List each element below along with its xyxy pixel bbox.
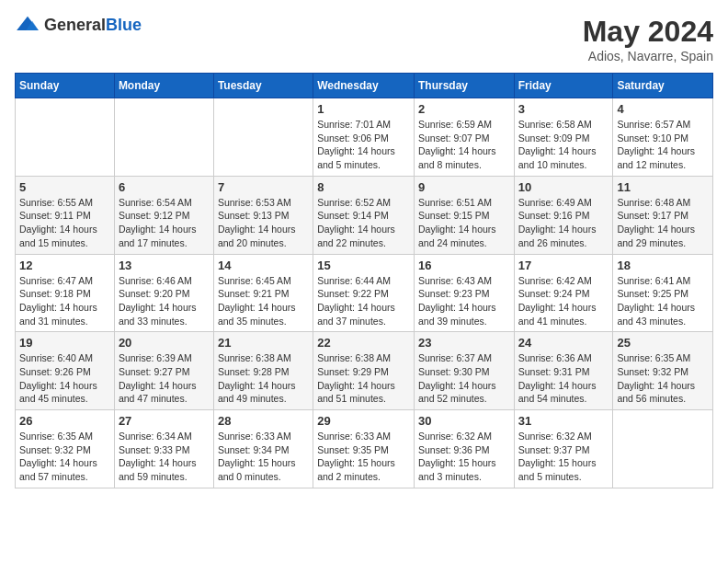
- day-info: Sunrise: 6:51 AM Sunset: 9:15 PM Dayligh…: [418, 196, 510, 250]
- day-info: Sunrise: 6:36 AM Sunset: 9:31 PM Dayligh…: [518, 351, 609, 406]
- day-number: 29: [317, 414, 410, 428]
- day-number: 14: [218, 259, 309, 272]
- day-info: Sunrise: 6:38 AM Sunset: 9:29 PM Dayligh…: [317, 351, 410, 406]
- day-info: Sunrise: 6:59 AM Sunset: 9:07 PM Dayligh…: [418, 118, 510, 172]
- day-info: Sunrise: 6:35 AM Sunset: 9:32 PM Dayligh…: [617, 351, 709, 406]
- calendar-cell: 26Sunrise: 6:35 AM Sunset: 9:32 PM Dayli…: [16, 410, 115, 488]
- week-row: 12Sunrise: 6:47 AM Sunset: 9:18 PM Dayli…: [16, 254, 713, 332]
- calendar-cell: 2Sunrise: 6:59 AM Sunset: 9:07 PM Daylig…: [414, 98, 514, 177]
- logo: GeneralBlue: [15, 15, 142, 35]
- day-info: Sunrise: 6:34 AM Sunset: 9:33 PM Dayligh…: [119, 430, 210, 484]
- day-number: 17: [518, 259, 609, 272]
- calendar-cell: 16Sunrise: 6:43 AM Sunset: 9:23 PM Dayli…: [414, 254, 514, 332]
- day-number: 24: [518, 336, 609, 350]
- calendar-cell: 4Sunrise: 6:57 AM Sunset: 9:10 PM Daylig…: [613, 98, 713, 177]
- calendar-cell: 23Sunrise: 6:37 AM Sunset: 9:30 PM Dayli…: [414, 332, 514, 410]
- title-block: May 2024 Adios, Navarre, Spain: [583, 15, 713, 63]
- day-number: 20: [119, 336, 210, 350]
- week-row: 5Sunrise: 6:55 AM Sunset: 9:11 PM Daylig…: [16, 176, 713, 254]
- day-info: Sunrise: 6:47 AM Sunset: 9:18 PM Dayligh…: [19, 274, 110, 328]
- day-info: Sunrise: 6:41 AM Sunset: 9:25 PM Dayligh…: [617, 274, 709, 328]
- calendar-cell: 3Sunrise: 6:58 AM Sunset: 9:09 PM Daylig…: [514, 98, 613, 177]
- calendar-cell: 13Sunrise: 6:46 AM Sunset: 9:20 PM Dayli…: [114, 254, 213, 332]
- calendar-cell: 28Sunrise: 6:33 AM Sunset: 9:34 PM Dayli…: [213, 410, 313, 488]
- col-header-monday: Monday: [114, 74, 213, 98]
- header-row: SundayMondayTuesdayWednesdayThursdayFrid…: [16, 74, 713, 98]
- calendar-cell: 9Sunrise: 6:51 AM Sunset: 9:15 PM Daylig…: [414, 176, 514, 254]
- main-title: May 2024: [583, 15, 713, 49]
- calendar-cell: [16, 98, 115, 177]
- day-info: Sunrise: 6:38 AM Sunset: 9:28 PM Dayligh…: [218, 351, 309, 406]
- calendar-cell: 8Sunrise: 6:52 AM Sunset: 9:14 PM Daylig…: [313, 176, 415, 254]
- day-number: 15: [317, 259, 410, 272]
- calendar-table: SundayMondayTuesdayWednesdayThursdayFrid…: [15, 73, 713, 488]
- day-number: 16: [418, 259, 510, 272]
- calendar-cell: 27Sunrise: 6:34 AM Sunset: 9:33 PM Dayli…: [114, 410, 213, 488]
- week-row: 1Sunrise: 7:01 AM Sunset: 9:06 PM Daylig…: [16, 98, 713, 177]
- day-info: Sunrise: 6:32 AM Sunset: 9:36 PM Dayligh…: [418, 430, 510, 484]
- day-info: Sunrise: 6:44 AM Sunset: 9:22 PM Dayligh…: [317, 274, 410, 328]
- calendar-cell: [613, 410, 713, 488]
- day-number: 18: [617, 259, 709, 272]
- day-number: 6: [119, 180, 210, 194]
- day-info: Sunrise: 6:48 AM Sunset: 9:17 PM Dayligh…: [617, 196, 709, 250]
- day-info: Sunrise: 6:46 AM Sunset: 9:20 PM Dayligh…: [119, 274, 210, 328]
- day-info: Sunrise: 6:58 AM Sunset: 9:09 PM Dayligh…: [518, 118, 609, 172]
- day-info: Sunrise: 6:33 AM Sunset: 9:35 PM Dayligh…: [317, 430, 410, 484]
- day-number: 31: [518, 414, 609, 428]
- calendar-cell: 6Sunrise: 6:54 AM Sunset: 9:12 PM Daylig…: [114, 176, 213, 254]
- day-number: 28: [218, 414, 309, 428]
- col-header-tuesday: Tuesday: [213, 74, 313, 98]
- day-info: Sunrise: 6:53 AM Sunset: 9:13 PM Dayligh…: [218, 196, 309, 250]
- day-number: 26: [19, 414, 110, 428]
- day-number: 4: [617, 102, 709, 116]
- calendar-cell: 21Sunrise: 6:38 AM Sunset: 9:28 PM Dayli…: [213, 332, 313, 410]
- day-info: Sunrise: 6:37 AM Sunset: 9:30 PM Dayligh…: [418, 351, 510, 406]
- calendar-cell: [213, 98, 313, 177]
- col-header-saturday: Saturday: [613, 74, 713, 98]
- day-number: 27: [119, 414, 210, 428]
- day-number: 3: [518, 102, 609, 116]
- day-info: Sunrise: 6:57 AM Sunset: 9:10 PM Dayligh…: [617, 118, 709, 172]
- calendar-cell: 22Sunrise: 6:38 AM Sunset: 9:29 PM Dayli…: [313, 332, 415, 410]
- day-info: Sunrise: 6:54 AM Sunset: 9:12 PM Dayligh…: [119, 196, 210, 250]
- day-number: 22: [317, 336, 410, 350]
- calendar-cell: 12Sunrise: 6:47 AM Sunset: 9:18 PM Dayli…: [16, 254, 115, 332]
- calendar-cell: 10Sunrise: 6:49 AM Sunset: 9:16 PM Dayli…: [514, 176, 613, 254]
- subtitle: Adios, Navarre, Spain: [583, 49, 713, 63]
- day-number: 7: [218, 180, 309, 194]
- calendar-cell: [114, 98, 213, 177]
- day-number: 11: [617, 180, 709, 194]
- col-header-sunday: Sunday: [16, 74, 115, 98]
- calendar-cell: 20Sunrise: 6:39 AM Sunset: 9:27 PM Dayli…: [114, 332, 213, 410]
- day-info: Sunrise: 6:32 AM Sunset: 9:37 PM Dayligh…: [518, 430, 609, 484]
- day-info: Sunrise: 6:42 AM Sunset: 9:24 PM Dayligh…: [518, 274, 609, 328]
- calendar-cell: 11Sunrise: 6:48 AM Sunset: 9:17 PM Dayli…: [613, 176, 713, 254]
- day-number: 19: [19, 336, 110, 350]
- logo-text-general: General: [44, 16, 106, 34]
- day-number: 30: [418, 414, 510, 428]
- day-info: Sunrise: 6:52 AM Sunset: 9:14 PM Dayligh…: [317, 196, 410, 250]
- day-info: Sunrise: 6:33 AM Sunset: 9:34 PM Dayligh…: [218, 430, 309, 484]
- logo-icon: [15, 15, 40, 35]
- day-number: 23: [418, 336, 510, 350]
- col-header-thursday: Thursday: [414, 74, 514, 98]
- day-number: 8: [317, 180, 410, 194]
- day-number: 9: [418, 180, 510, 194]
- calendar-cell: 18Sunrise: 6:41 AM Sunset: 9:25 PM Dayli…: [613, 254, 713, 332]
- calendar-cell: 24Sunrise: 6:36 AM Sunset: 9:31 PM Dayli…: [514, 332, 613, 410]
- day-number: 13: [119, 259, 210, 272]
- col-header-friday: Friday: [514, 74, 613, 98]
- page-header: GeneralBlue May 2024 Adios, Navarre, Spa…: [15, 15, 713, 63]
- calendar-cell: 29Sunrise: 6:33 AM Sunset: 9:35 PM Dayli…: [313, 410, 415, 488]
- day-info: Sunrise: 7:01 AM Sunset: 9:06 PM Dayligh…: [317, 118, 410, 172]
- day-number: 5: [19, 180, 110, 194]
- calendar-cell: 25Sunrise: 6:35 AM Sunset: 9:32 PM Dayli…: [613, 332, 713, 410]
- calendar-cell: 30Sunrise: 6:32 AM Sunset: 9:36 PM Dayli…: [414, 410, 514, 488]
- calendar-cell: 15Sunrise: 6:44 AM Sunset: 9:22 PM Dayli…: [313, 254, 415, 332]
- calendar-cell: 19Sunrise: 6:40 AM Sunset: 9:26 PM Dayli…: [16, 332, 115, 410]
- day-info: Sunrise: 6:39 AM Sunset: 9:27 PM Dayligh…: [119, 351, 210, 406]
- day-info: Sunrise: 6:40 AM Sunset: 9:26 PM Dayligh…: [19, 351, 110, 406]
- calendar-cell: 1Sunrise: 7:01 AM Sunset: 9:06 PM Daylig…: [313, 98, 415, 177]
- day-info: Sunrise: 6:45 AM Sunset: 9:21 PM Dayligh…: [218, 274, 309, 328]
